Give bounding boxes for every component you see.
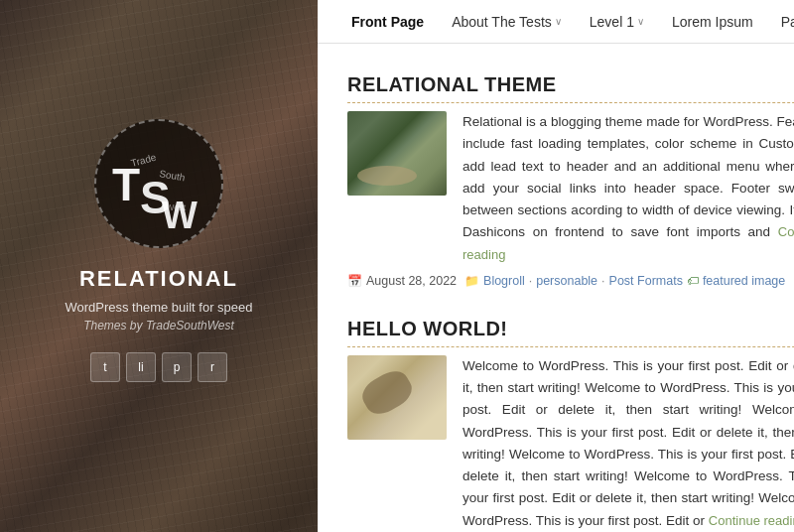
nav-front-page[interactable]: Front Page [337, 0, 438, 44]
nav-level1[interactable]: Level 1 ∨ [576, 0, 658, 44]
separator-2: · [601, 274, 604, 288]
post-formats-link[interactable]: Post Formats [609, 274, 683, 288]
post-body-hello: Welcome to WordPress. This is your first… [347, 355, 794, 532]
site-title: RELATIONAL [79, 266, 238, 292]
logo-svg: Trade T South S West W [104, 129, 213, 238]
post-hello-world: HELLO WORLD! Welcome to WordPress. This … [347, 318, 794, 532]
featured-image-link[interactable]: featured image [703, 274, 785, 288]
chevron-about-icon: ∨ [555, 16, 562, 27]
category-blogroll[interactable]: Blogroll [483, 274, 525, 288]
top-nav: Front Page About The Tests ∨ Level 1 ∨ L… [318, 0, 794, 44]
post-title-relational: RELATIONAL THEME [347, 73, 794, 103]
social-rss[interactable]: r [198, 352, 227, 382]
social-linkedin[interactable]: li [126, 352, 156, 382]
site-tagline: WordPress theme built for speed [65, 300, 252, 315]
continue-reading-hello[interactable]: Continue reading [709, 513, 794, 528]
separator-1: · [529, 274, 532, 288]
nav-page-a[interactable]: Page A [767, 0, 794, 44]
svg-text:W: W [162, 195, 198, 236]
site-logo: Trade T South S West W [94, 119, 223, 248]
post-text-relational: Relational is a blogging theme made for … [463, 111, 794, 266]
folder-icon: 📁 [464, 274, 479, 288]
category-personable[interactable]: personable [536, 274, 597, 288]
calendar-icon: 📅 [347, 274, 362, 288]
post-img-2-visual [347, 355, 447, 440]
social-pinterest[interactable]: p [162, 352, 192, 382]
sidebar: Trade T South S West W RELATIONAL WordPr… [0, 0, 318, 532]
post-meta-relational: 📅 August 28, 2022 📁 Blogroll · personabl… [347, 274, 794, 288]
post-image-hello [347, 355, 447, 440]
post-date-relational: August 28, 2022 [366, 274, 457, 288]
post-text-hello: Welcome to WordPress. This is your first… [463, 355, 794, 532]
post-image-relational [347, 111, 447, 196]
social-twitter[interactable]: t [90, 352, 120, 382]
chevron-level1-icon: ∨ [637, 16, 644, 27]
social-links: t li p r [90, 352, 227, 382]
sidebar-content: Trade T South S West W RELATIONAL WordPr… [0, 0, 318, 532]
post-img-1-visual [347, 111, 447, 196]
main-content: Front Page About The Tests ∨ Level 1 ∨ L… [318, 0, 794, 532]
nav-about-tests[interactable]: About The Tests ∨ [438, 0, 576, 44]
post-title-hello: HELLO WORLD! [347, 318, 794, 347]
tag-icon: 🏷 [687, 274, 699, 288]
post-body-relational: Relational is a blogging theme made for … [347, 111, 794, 266]
svg-text:T: T [112, 159, 140, 210]
posts-area: RELATIONAL THEME Relational is a bloggin… [318, 44, 794, 532]
site-credit: Themes by TradeSouthWest [83, 319, 234, 332]
post-relational-theme: RELATIONAL THEME Relational is a bloggin… [347, 73, 794, 288]
nav-lorem-ipsum[interactable]: Lorem Ipsum [658, 0, 767, 44]
